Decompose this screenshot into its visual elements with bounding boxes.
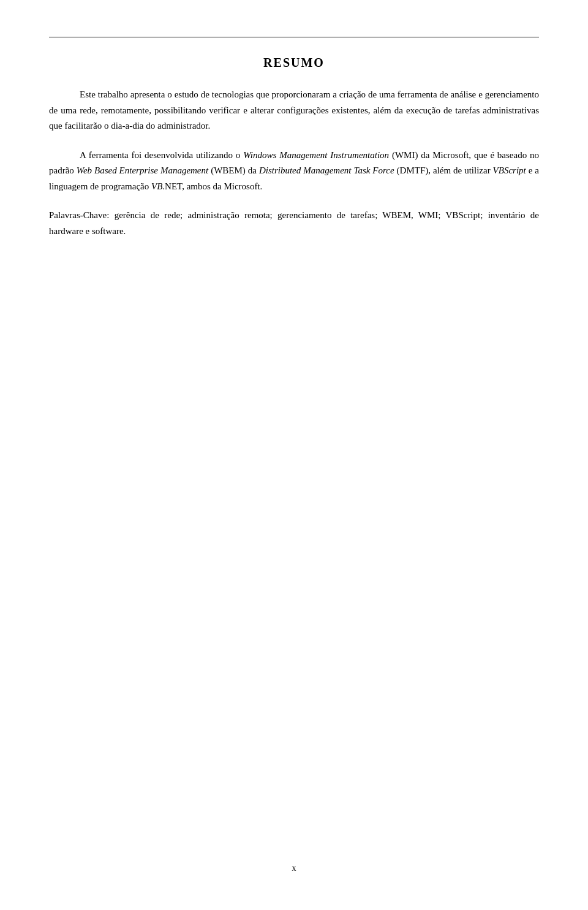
page-title: RESUMO <box>49 56 539 70</box>
vb-term: VB <box>151 181 162 191</box>
dmtf-term: Distributed Management Task Force <box>259 165 394 175</box>
vbscript-term: VBScript <box>493 165 526 175</box>
wmi-term: Windows Management Instrumentation <box>243 150 389 160</box>
body-text-1: A ferramenta foi desenvolvida utilizando… <box>80 150 243 160</box>
keywords-label: Palavras-Chave: <box>49 210 109 220</box>
intro-text: Este trabalho apresenta o estudo de tecn… <box>49 89 539 131</box>
top-rule <box>49 37 539 37</box>
body-paragraph: A ferramenta foi desenvolvida utilizando… <box>49 148 539 195</box>
body-text-3: (WBEM) da <box>208 165 259 175</box>
body-text-4: (DMTF), além de utilizar <box>394 165 493 175</box>
intro-paragraph: Este trabalho apresenta o estudo de tecn… <box>49 87 539 134</box>
keywords-text: gerência de rede; administração remota; … <box>49 210 539 236</box>
body-text-6: .NET, ambos da Microsoft. <box>162 181 262 191</box>
main-content: Este trabalho apresenta o estudo de tecn… <box>49 87 539 845</box>
page-number: x <box>49 845 539 873</box>
page: RESUMO Este trabalho apresenta o estudo … <box>0 0 588 910</box>
wbem-term: Web Based Enterprise Management <box>77 165 208 175</box>
keywords-paragraph: Palavras-Chave: gerência de rede; admini… <box>49 208 539 239</box>
